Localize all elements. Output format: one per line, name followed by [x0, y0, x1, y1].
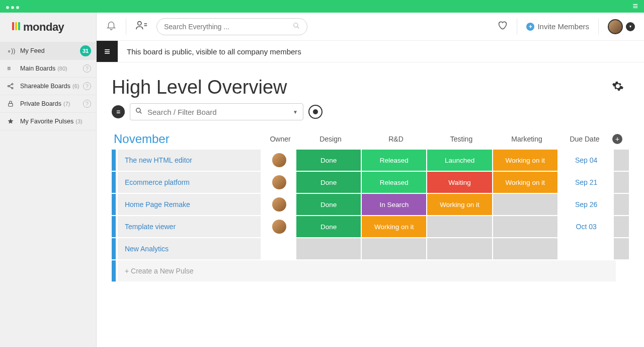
- search-icon: [293, 22, 300, 31]
- avatar: [272, 153, 286, 167]
- row-color-bar: [112, 238, 116, 259]
- status-cell[interactable]: [296, 238, 361, 259]
- sidebar-section[interactable]: Private Boards(7)?: [0, 95, 96, 113]
- invite-members-button[interactable]: + Invite Members: [526, 22, 589, 31]
- help-icon[interactable]: ?: [83, 82, 91, 90]
- new-pulse-label[interactable]: + Create a New Pulse: [118, 260, 616, 282]
- table-row: Home Page RemakeDoneIn SearchWorking on …: [112, 194, 629, 215]
- sidebar-section[interactable]: ≡Main Boards(80)?: [0, 60, 96, 78]
- logo-text: monday: [23, 21, 64, 34]
- row-tail: [614, 238, 629, 259]
- status-cell[interactable]: Working on it: [493, 172, 557, 193]
- status-cell[interactable]: [493, 216, 557, 237]
- status-cell[interactable]: Done: [296, 172, 361, 193]
- owner-cell[interactable]: [262, 172, 296, 193]
- status-cell[interactable]: [427, 216, 492, 237]
- owner-cell[interactable]: [262, 216, 296, 237]
- window-dots: [6, 2, 21, 11]
- board-title: High Level Overview: [112, 77, 287, 98]
- owner-cell[interactable]: [262, 194, 296, 215]
- person-filter-icon[interactable]: [308, 105, 323, 119]
- global-search[interactable]: [156, 18, 307, 35]
- section-icon: [7, 100, 16, 107]
- pulse-name[interactable]: The new HTML editor: [118, 150, 261, 171]
- board-menu-icon[interactable]: ≡: [97, 41, 118, 62]
- row-color-bar: [112, 172, 116, 193]
- column-header[interactable]: R&D: [363, 135, 429, 143]
- status-cell[interactable]: Working on it: [493, 150, 557, 171]
- status-cell[interactable]: Waiting: [427, 172, 492, 193]
- status-cell[interactable]: [493, 194, 557, 215]
- row-color-bar: [112, 150, 116, 171]
- status-cell[interactable]: [493, 238, 557, 259]
- sidebar-section[interactable]: Shareable Boards(6)?: [0, 78, 96, 95]
- pulse-name[interactable]: Home Page Remake: [118, 194, 261, 215]
- section-count: (3): [75, 118, 82, 124]
- status-cell[interactable]: Working on it: [362, 216, 426, 237]
- people-icon[interactable]: [135, 20, 147, 33]
- avatar: [272, 197, 286, 212]
- section-count: (7): [63, 101, 70, 107]
- help-icon[interactable]: ?: [83, 100, 91, 108]
- filter-input[interactable]: [147, 108, 293, 116]
- sidebar-item-label: My Feed: [20, 47, 45, 54]
- date-cell[interactable]: Oct 03: [561, 216, 611, 237]
- status-cell[interactable]: [362, 238, 426, 259]
- date-cell[interactable]: Sep 04: [561, 150, 611, 171]
- sidebar-item-label: Shareable Boards: [20, 83, 70, 90]
- sidebar-section[interactable]: My Favorite Pulses(3): [0, 113, 96, 130]
- column-header[interactable]: Marketing: [494, 135, 559, 143]
- table-row: Template viewerDoneWorking on itOct 03: [112, 216, 629, 237]
- table-row: The new HTML editorDoneReleasedLaunchedW…: [112, 150, 629, 171]
- search-icon: [135, 107, 142, 116]
- user-menu[interactable]: ▾: [608, 19, 635, 34]
- row-tail: [614, 150, 629, 171]
- pulse-name[interactable]: Template viewer: [118, 216, 261, 237]
- chevron-down-icon[interactable]: ▼: [293, 109, 298, 115]
- pulse-name[interactable]: Ecommerce platform: [118, 172, 261, 193]
- column-header[interactable]: Testing: [429, 135, 494, 143]
- favorite-icon[interactable]: [498, 20, 508, 33]
- window-titlebar: ≡: [0, 0, 644, 13]
- sidebar-item-feed[interactable]: ∘)) My Feed 31: [0, 42, 96, 60]
- status-cell[interactable]: Done: [296, 216, 361, 237]
- plus-icon: +: [526, 23, 534, 31]
- date-cell[interactable]: Sep 26: [561, 194, 611, 215]
- board-filter[interactable]: ▼: [130, 103, 303, 120]
- status-cell[interactable]: [427, 238, 492, 259]
- svg-line-12: [140, 112, 142, 114]
- status-cell[interactable]: Released: [362, 150, 426, 171]
- gear-icon[interactable]: [612, 80, 624, 95]
- group-header: November Owner Design R&D Testing Market…: [112, 128, 629, 150]
- status-cell[interactable]: Launched: [427, 150, 492, 171]
- sidebar-item-label: Private Boards: [20, 100, 61, 107]
- group-name[interactable]: November: [112, 132, 263, 146]
- avatar: [272, 220, 286, 234]
- add-column-button[interactable]: +: [612, 134, 622, 144]
- new-pulse-row[interactable]: + Create a New Pulse: [112, 260, 629, 282]
- status-cell[interactable]: Done: [296, 194, 361, 215]
- owner-cell[interactable]: [262, 150, 296, 171]
- top-toolbar: + Invite Members ▾: [97, 13, 644, 41]
- help-icon[interactable]: ?: [83, 64, 91, 73]
- avatar: [272, 175, 286, 189]
- invite-label: Invite Members: [537, 22, 589, 31]
- notifications-icon[interactable]: [106, 20, 117, 33]
- status-cell[interactable]: Released: [362, 172, 426, 193]
- column-header[interactable]: Owner: [263, 135, 298, 143]
- pulse-name[interactable]: New Analytics: [118, 238, 261, 259]
- status-cell[interactable]: Working on it: [427, 194, 492, 215]
- column-header[interactable]: Design: [298, 135, 363, 143]
- section-count: (80): [57, 65, 67, 72]
- date-cell[interactable]: Sep 21: [561, 172, 611, 193]
- logo[interactable]: monday: [0, 13, 96, 42]
- status-cell[interactable]: In Search: [362, 194, 426, 215]
- filter-chip-icon[interactable]: ≡: [112, 105, 125, 118]
- search-input[interactable]: [164, 23, 293, 31]
- date-cell[interactable]: [561, 238, 611, 259]
- status-cell[interactable]: Done: [296, 150, 361, 171]
- feed-icon: ∘)): [7, 47, 16, 54]
- menu-icon[interactable]: ≡: [632, 1, 638, 12]
- column-header[interactable]: Due Date: [559, 135, 610, 143]
- owner-cell[interactable]: [262, 238, 296, 259]
